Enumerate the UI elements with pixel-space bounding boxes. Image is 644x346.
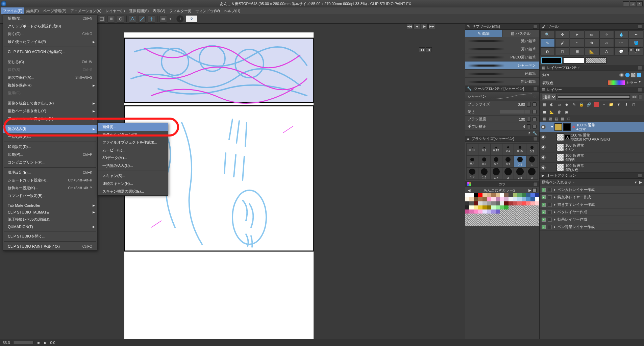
palette-swatch[interactable] bbox=[482, 205, 487, 209]
palette-swatch[interactable] bbox=[513, 209, 517, 214]
palette-swatch[interactable] bbox=[482, 201, 487, 205]
tool-move[interactable]: ✥ bbox=[555, 30, 570, 39]
palette-swatch[interactable] bbox=[469, 218, 474, 222]
layer-visibility-icon[interactable] bbox=[541, 145, 546, 150]
brush-size-cell[interactable]: 1 bbox=[526, 155, 538, 168]
palette-swatch[interactable] bbox=[478, 222, 482, 226]
tool-pencil[interactable]: ✎ bbox=[540, 39, 555, 47]
menu-window[interactable]: ウィンドウ(W) bbox=[193, 7, 222, 14]
layer-row[interactable]: A100 % 通常©2018 RYU AKATSUKI bbox=[540, 132, 644, 142]
autoaction-row[interactable]: ✓ペン入れレイヤー作成 bbox=[540, 186, 644, 194]
brush-item[interactable]: 薄い鉛筆 bbox=[465, 45, 539, 53]
palette-swatch[interactable] bbox=[535, 197, 539, 201]
palette-swatch[interactable] bbox=[500, 201, 504, 205]
layer-visibility-icon[interactable] bbox=[541, 125, 546, 129]
palette-swatch[interactable] bbox=[530, 214, 535, 218]
palette-swatch[interactable] bbox=[500, 197, 504, 201]
layer-visibility-icon[interactable] bbox=[541, 155, 546, 160]
color-mode-value[interactable]: カラー bbox=[626, 80, 637, 85]
tool-deco[interactable]: ✿ bbox=[585, 39, 599, 47]
palette-swatch[interactable] bbox=[478, 218, 482, 222]
frame-tone-icon[interactable]: ▤ bbox=[554, 116, 559, 121]
palette-swatch[interactable] bbox=[509, 218, 513, 222]
palette-swatch[interactable] bbox=[469, 214, 474, 218]
palette-swatch[interactable] bbox=[504, 205, 509, 209]
layer-color-icon[interactable] bbox=[594, 102, 599, 107]
import-submenu-item[interactable]: 3Dデータ(M)... bbox=[98, 154, 168, 162]
magnify-icon[interactable]: ⌕ bbox=[533, 93, 537, 99]
palette-swatch[interactable] bbox=[526, 218, 530, 222]
action-record-icon[interactable] bbox=[548, 195, 552, 199]
palette-swatch[interactable] bbox=[487, 205, 491, 209]
palette-swatch[interactable] bbox=[474, 209, 478, 214]
tool-dropper[interactable]: 💧 bbox=[614, 30, 629, 39]
panel-a-prev[interactable]: ◀ bbox=[426, 47, 432, 52]
palette-swatch[interactable] bbox=[513, 193, 517, 197]
new-folder-icon[interactable]: 📁 bbox=[609, 102, 614, 107]
tool-ruler[interactable]: 📐 bbox=[585, 47, 599, 55]
palette-swatch[interactable] bbox=[530, 218, 535, 222]
palette-swatch[interactable] bbox=[535, 193, 539, 197]
palette-swatch[interactable] bbox=[465, 222, 469, 226]
brush-size-cell[interactable]: 0.15 bbox=[490, 143, 502, 155]
palette-swatch[interactable] bbox=[513, 201, 517, 205]
palette-swatch[interactable] bbox=[474, 197, 478, 201]
palette-swatch[interactable] bbox=[500, 222, 504, 226]
palette-swatch[interactable] bbox=[522, 197, 526, 201]
action-expand-icon[interactable] bbox=[554, 211, 555, 214]
palette-swatch[interactable] bbox=[487, 218, 491, 222]
file-menu-item[interactable]: Tab-Mate Controller▶ bbox=[3, 202, 97, 209]
layer-visibility-icon[interactable] bbox=[541, 165, 546, 170]
zoom-slider[interactable] bbox=[13, 341, 33, 344]
palette-swatch[interactable] bbox=[535, 201, 539, 205]
palette-swatch[interactable] bbox=[500, 218, 504, 222]
brush-size-cell[interactable]: 0.7 bbox=[502, 155, 514, 168]
autoaction-row[interactable]: ✓描き文字レイヤー作成 bbox=[540, 201, 644, 208]
autoaction-row[interactable]: ✓袋文字レイヤー作成 bbox=[540, 194, 644, 201]
effect-layercolor-icon[interactable] bbox=[637, 73, 641, 77]
tool-wand[interactable]: ✧ bbox=[599, 30, 614, 39]
file-menu-item[interactable]: 閉じる(C)Ctrl+W bbox=[3, 58, 97, 66]
autoaction-row[interactable]: ✓ペン背景レイヤー作成 bbox=[540, 223, 644, 231]
file-menu-item[interactable]: 印刷(P)...Ctrl+P bbox=[3, 151, 97, 158]
layer-row[interactable]: 100 % 通常4猫柄 bbox=[540, 152, 644, 163]
action-check-icon[interactable]: ✓ bbox=[542, 225, 546, 229]
layer-ruler-icon[interactable]: 📐 bbox=[549, 109, 554, 115]
file-menu-item[interactable]: 新規(N)...Ctrl+N bbox=[3, 15, 97, 22]
reset-icon[interactable]: ↺ bbox=[527, 131, 530, 135]
palette-swatch[interactable] bbox=[526, 205, 530, 209]
transparent-color[interactable] bbox=[586, 57, 606, 64]
palette-swatch[interactable] bbox=[465, 218, 469, 222]
palette-swatch[interactable] bbox=[465, 193, 469, 197]
palette-swatch[interactable] bbox=[496, 201, 500, 205]
nav-prev-all[interactable]: ◀◀ bbox=[406, 24, 413, 29]
tool-text[interactable]: A bbox=[599, 47, 614, 55]
palette-swatch[interactable] bbox=[526, 193, 530, 197]
palette-swatch[interactable] bbox=[504, 193, 509, 197]
brush-size-cell[interactable]: 0.1 bbox=[478, 143, 490, 155]
fg-color[interactable] bbox=[541, 57, 562, 64]
palette-swatch[interactable] bbox=[500, 205, 504, 209]
palette-swatch[interactable] bbox=[474, 222, 478, 226]
menu-layer[interactable]: レイヤー(L) bbox=[103, 7, 127, 14]
layer-delete-icon[interactable]: 🗑 bbox=[556, 109, 562, 115]
palette-swatch[interactable] bbox=[469, 201, 474, 205]
action-record-icon[interactable] bbox=[548, 218, 552, 222]
tool-frame[interactable]: ▦ bbox=[570, 47, 584, 55]
layer-merge-icon[interactable]: ⬇ bbox=[623, 102, 629, 107]
file-menu-item[interactable]: 修飾キー設定(K)...Ctrl+Shift+Alt+Y bbox=[3, 184, 97, 192]
palette-swatch[interactable] bbox=[487, 222, 491, 226]
palette-swatch[interactable] bbox=[500, 209, 504, 214]
palette-swatch[interactable] bbox=[491, 197, 496, 201]
tool-magnify[interactable]: 🔍 bbox=[540, 30, 555, 39]
menu-help[interactable]: ヘルプ(H) bbox=[222, 7, 242, 14]
palette-swatch[interactable] bbox=[478, 214, 482, 218]
palette-swatch[interactable] bbox=[500, 214, 504, 218]
palette-swatch[interactable] bbox=[513, 197, 517, 201]
action-record-icon[interactable] bbox=[548, 203, 552, 207]
file-menu-item[interactable]: CLIP STUDIO TABMATE▶ bbox=[3, 209, 97, 216]
layer-row[interactable]: 100 % 通常4ペン bbox=[540, 142, 644, 152]
frame-bg-icon[interactable]: ▥ bbox=[560, 116, 565, 121]
palette-swatch[interactable] bbox=[465, 209, 469, 214]
palette-swatch[interactable] bbox=[522, 201, 526, 205]
